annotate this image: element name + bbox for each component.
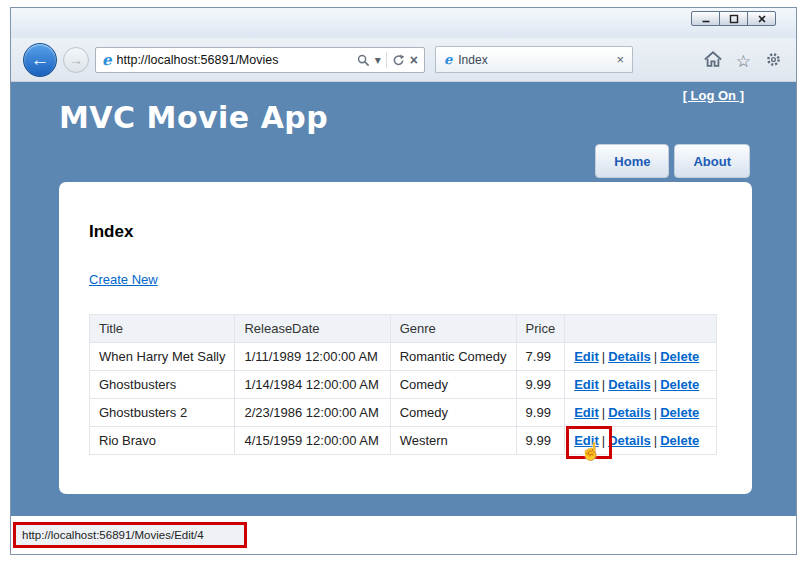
- cell-title: When Harry Met Sally: [90, 343, 235, 371]
- title-bar: [11, 8, 796, 38]
- browser-window: ← → e http://localhost:56891/Movies ▾ × …: [10, 7, 797, 555]
- action-separator: |: [599, 405, 608, 420]
- window-controls: [692, 11, 776, 26]
- action-separator: |: [651, 377, 660, 392]
- cell-release-date: 1/11/1989 12:00:00 AM: [235, 343, 390, 371]
- column-header-title: Title: [90, 315, 235, 343]
- main-menu: Home About: [595, 144, 750, 178]
- stop-icon[interactable]: ×: [410, 52, 418, 68]
- log-on-link[interactable]: [ Log On ]: [683, 88, 744, 103]
- movies-table: Title ReleaseDate Genre Price When Harry…: [89, 314, 717, 455]
- cell-release-date: 4/15/1959 12:00:00 AM: [235, 427, 390, 455]
- cell-release-date: 1/14/1984 12:00:00 AM: [235, 371, 390, 399]
- edit-link[interactable]: Edit: [574, 349, 599, 364]
- tab-title: Index: [458, 53, 610, 67]
- cell-title: Rio Bravo: [90, 427, 235, 455]
- action-separator: |: [599, 349, 608, 364]
- column-header-actions: [565, 315, 717, 343]
- column-header-release-date: ReleaseDate: [235, 315, 390, 343]
- cell-price: 9.99: [516, 399, 565, 427]
- action-separator: |: [651, 405, 660, 420]
- cell-actions: Edit ☝ |Details|Delete: [565, 427, 717, 455]
- cell-actions: Edit|Details|Delete: [565, 399, 717, 427]
- details-link[interactable]: Details: [608, 349, 651, 364]
- table-row: When Harry Met Sally 1/11/1989 12:00:00 …: [90, 343, 717, 371]
- delete-link[interactable]: Delete: [660, 377, 699, 392]
- table-row: Rio Bravo 4/15/1959 12:00:00 AM Western …: [90, 427, 717, 455]
- action-separator: |: [599, 433, 608, 448]
- maximize-icon: [729, 14, 739, 24]
- table-row: Ghostbusters 2 2/23/1986 12:00:00 AM Com…: [90, 399, 717, 427]
- table-row: Ghostbusters 1/14/1984 12:00:00 AM Comed…: [90, 371, 717, 399]
- edit-link[interactable]: Edit: [574, 377, 599, 392]
- details-link[interactable]: Details: [608, 433, 651, 448]
- menu-about-button[interactable]: About: [674, 144, 750, 178]
- minimize-button[interactable]: [691, 11, 720, 26]
- tab-favicon-ie-icon: e: [444, 53, 452, 66]
- cell-title: Ghostbusters 2: [90, 399, 235, 427]
- cell-actions: Edit|Details|Delete: [565, 371, 717, 399]
- menu-home-button[interactable]: Home: [595, 144, 669, 178]
- search-icon[interactable]: [357, 54, 370, 67]
- page-viewport: [ Log On ] MVC Movie App Home About Inde…: [11, 82, 796, 516]
- edit-link[interactable]: Edit: [574, 433, 599, 448]
- column-header-genre: Genre: [390, 315, 516, 343]
- cell-actions: Edit|Details|Delete: [565, 343, 717, 371]
- cell-genre: Western: [390, 427, 516, 455]
- back-arrow-icon: ←: [31, 49, 50, 71]
- column-header-price: Price: [516, 315, 565, 343]
- tab-close-icon[interactable]: ×: [616, 52, 624, 67]
- tab-index[interactable]: e Index ×: [435, 46, 633, 73]
- forward-arrow-icon: →: [69, 52, 83, 68]
- content-panel: Index Create New Title ReleaseDate Genre…: [59, 182, 752, 494]
- action-separator: |: [651, 349, 660, 364]
- forward-button[interactable]: →: [63, 47, 89, 73]
- tools-gear-icon[interactable]: [765, 51, 782, 72]
- cell-release-date: 2/23/1986 12:00:00 AM: [235, 399, 390, 427]
- ie-icon: e: [102, 53, 112, 68]
- cell-price: 9.99: [516, 427, 565, 455]
- address-bar-divider: [386, 52, 387, 68]
- address-url: http://localhost:56891/Movies: [117, 53, 352, 67]
- details-link[interactable]: Details: [608, 377, 651, 392]
- status-url: http://localhost:56891/Movies/Edit/4: [22, 529, 204, 541]
- create-new-link[interactable]: Create New: [89, 272, 158, 287]
- edit-link[interactable]: Edit: [574, 405, 599, 420]
- minimize-icon: [701, 14, 711, 24]
- cell-genre: Comedy: [390, 399, 516, 427]
- details-link[interactable]: Details: [608, 405, 651, 420]
- edit-link-highlight-wrapper: Edit ☝: [574, 433, 599, 448]
- cell-genre: Comedy: [390, 371, 516, 399]
- cell-price: 9.99: [516, 371, 565, 399]
- refresh-icon[interactable]: [392, 54, 405, 67]
- cell-genre: Romantic Comedy: [390, 343, 516, 371]
- close-icon: [757, 14, 767, 24]
- back-button[interactable]: ←: [23, 43, 57, 77]
- favorites-star-icon[interactable]: ☆: [736, 53, 751, 70]
- cell-price: 7.99: [516, 343, 565, 371]
- delete-link[interactable]: Delete: [660, 405, 699, 420]
- action-separator: |: [599, 377, 608, 392]
- table-header-row: Title ReleaseDate Genre Price: [90, 315, 717, 343]
- status-bar: http://localhost:56891/Movies/Edit/4: [11, 516, 796, 554]
- address-bar[interactable]: e http://localhost:56891/Movies ▾ ×: [95, 47, 425, 73]
- delete-link[interactable]: Delete: [660, 433, 699, 448]
- page-title: Index: [89, 222, 722, 242]
- maximize-button[interactable]: [719, 11, 748, 26]
- browser-chrome: ← → e http://localhost:56891/Movies ▾ × …: [11, 38, 796, 82]
- delete-link[interactable]: Delete: [660, 349, 699, 364]
- toolbar-icons: ☆: [704, 51, 782, 72]
- action-separator: |: [651, 433, 660, 448]
- status-url-highlight-box: http://localhost:56891/Movies/Edit/4: [13, 522, 247, 548]
- app-title: MVC Movie App: [59, 100, 328, 135]
- cell-title: Ghostbusters: [90, 371, 235, 399]
- close-button[interactable]: [747, 11, 776, 26]
- home-icon[interactable]: [704, 51, 722, 72]
- autocomplete-dropdown-caret-icon[interactable]: ▾: [375, 53, 381, 67]
